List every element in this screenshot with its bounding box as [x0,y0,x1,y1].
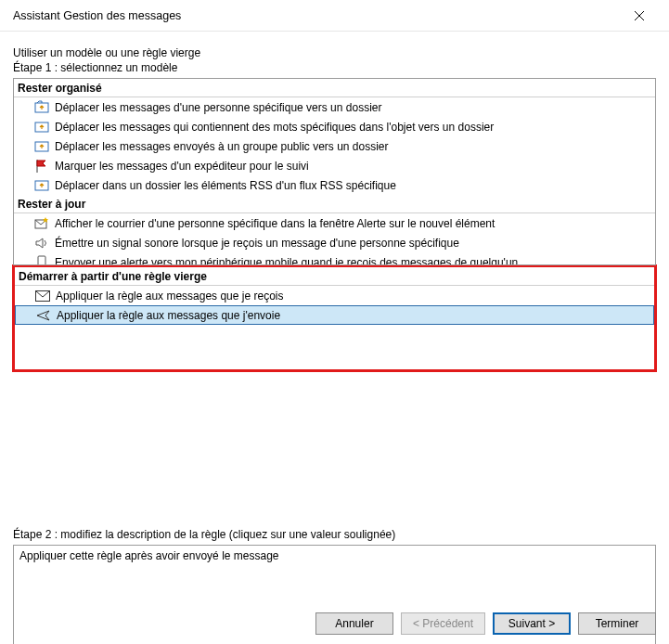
flag-icon [34,159,49,174]
cancel-button[interactable]: Annuler [315,612,393,635]
template-item[interactable]: Déplacer les messages envoyés à un group… [14,136,655,156]
templates-panel: Rester organisé Déplacer les messages d'… [13,78,656,265]
step2-label: Étape 2 : modifiez la description de la … [13,528,656,541]
template-item-label: Déplacer les messages d'une personne spé… [55,101,382,114]
intro-text: Utiliser un modèle ou une règle vierge [13,46,656,59]
template-item[interactable]: Émettre un signal sonore lorsque je reço… [14,233,655,252]
close-button[interactable] [619,2,660,30]
close-icon [634,10,645,21]
finish-button[interactable]: Terminer [578,612,656,635]
move-folder-icon [34,120,49,135]
mail-star-icon [34,216,49,231]
template-item-label: Afficher le courrier d'une personne spéc… [55,217,495,230]
svg-rect-9 [38,256,45,266]
rule-description-text: Appliquer cette règle après avoir envoyé… [19,549,279,562]
template-item-label: Appliquer la règle aux messages que je r… [56,290,283,303]
step1-label: Étape 1 : sélectionnez un modèle [13,61,656,74]
section-header-blank: Démarrer à partir d'une règle vierge [15,267,654,286]
envelope-icon [35,289,50,303]
template-item[interactable]: Déplacer les messages d'une personne spé… [14,97,655,117]
window-title: Assistant Gestion des messages [13,9,181,22]
template-item-label: Déplacer dans un dossier les éléments RS… [55,179,396,192]
template-item-label: Marquer les messages d'un expéditeur pou… [55,160,309,173]
template-item-label: Déplacer les messages envoyés à un group… [55,140,389,153]
finish-button-label: Terminer [596,617,639,630]
template-item-send[interactable]: Appliquer la règle aux messages que j'en… [15,305,654,325]
template-item[interactable]: Déplacer les messages qui contiennent de… [14,117,655,136]
title-bar: Assistant Gestion des messages [0,0,669,32]
template-item-label: Appliquer la règle aux messages que j'en… [57,309,280,322]
section-header-uptodate: Rester à jour [14,195,655,213]
template-item-label: Émettre un signal sonore lorsque je reço… [55,237,459,250]
send-arrow-icon [36,308,51,323]
template-item[interactable]: Déplacer dans un dossier les éléments RS… [14,175,655,195]
next-button[interactable]: Suivant > [493,612,571,635]
template-item-receive[interactable]: Appliquer la règle aux messages que je r… [15,286,654,305]
section-header-organized: Rester organisé [14,79,655,97]
button-bar: Annuler < Précédent Suivant > Terminer [315,612,656,635]
template-item-label: Déplacer les messages qui contiennent de… [55,121,494,134]
back-button: < Précédent [401,612,485,635]
sound-icon [34,236,49,251]
move-folder-icon [34,100,49,115]
blank-rule-callout: Démarrer à partir d'une règle vierge App… [12,264,657,372]
mobile-alert-icon [34,255,49,266]
template-item[interactable]: Marquer les messages d'un expéditeur pou… [14,156,655,175]
back-button-label: < Précédent [413,617,473,630]
template-item-label: Envoyer une alerte vers mon périphérique… [55,256,518,266]
rss-folder-icon [34,178,49,193]
cancel-button-label: Annuler [335,617,373,630]
template-item[interactable]: Afficher le courrier d'une personne spéc… [14,213,655,233]
next-button-label: Suivant > [508,617,555,630]
template-item[interactable]: Envoyer une alerte vers mon périphérique… [14,252,655,265]
move-folder-icon [34,139,49,154]
